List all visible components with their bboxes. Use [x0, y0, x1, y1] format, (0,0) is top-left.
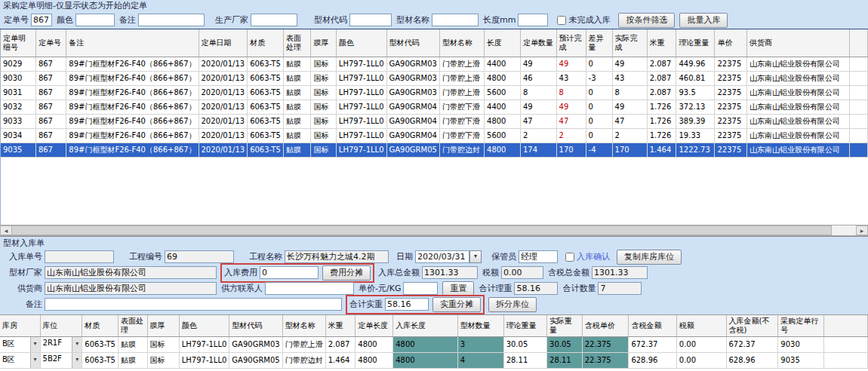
cell: 5600 — [485, 85, 521, 100]
scrollbar-thumb[interactable] — [12, 225, 832, 235]
inbound-form-row-4: 备注 合计实重 实重分摊 拆分库位 — [0, 296, 868, 312]
cell: LH797-1LL0 — [336, 114, 386, 128]
table-row[interactable]: 903186789#门框型材F26-F40（866+867）2020/01/13… — [1, 85, 868, 100]
cell: LH797-1LL0 — [336, 57, 386, 71]
total-theory-weight-input[interactable] — [514, 282, 558, 295]
column-header: 预计完成 — [556, 29, 586, 57]
inbound-fee-input[interactable] — [260, 266, 319, 279]
fee-apportion-button[interactable]: 费用分摊 — [322, 265, 371, 281]
cell: 8 — [612, 85, 647, 100]
cell: 22.375 — [582, 336, 629, 352]
inbound-confirm-checkbox[interactable] — [565, 253, 574, 262]
cell: 4800 — [356, 352, 393, 368]
cell: GA90GRM03 — [386, 71, 439, 85]
manufacturer-filter-input[interactable] — [251, 14, 297, 26]
cell: 3 — [457, 336, 503, 352]
column-header: 颜色 — [179, 315, 229, 336]
cell: 47 — [556, 114, 586, 128]
total-amount-input[interactable] — [422, 266, 478, 279]
column-header: 库位 — [40, 315, 82, 336]
combobox-arrow-icon[interactable]: ▾ — [30, 353, 40, 368]
date-input[interactable] — [415, 250, 469, 263]
copy-warehouse-location-button[interactable]: 复制库房库位 — [617, 250, 682, 265]
table-row[interactable]: 903086789#门框型材F26-F40（866+867）2020/01/13… — [1, 71, 868, 85]
cell: 山东南山铝业股份有限公司 — [746, 100, 849, 114]
calendar-dropdown-icon[interactable]: ▾ — [469, 250, 482, 263]
batch-inbound-button[interactable]: 批量入库 — [679, 13, 728, 28]
tax-input[interactable] — [501, 266, 543, 279]
unit-price-input[interactable] — [403, 282, 438, 295]
table-row[interactable]: 903386789#门框型材F26-F40（866+867）2020/01/13… — [1, 114, 868, 128]
unfinished-inbound-checkbox[interactable] — [557, 16, 566, 25]
inbound-no-input[interactable] — [45, 250, 114, 263]
table-row[interactable]: B区▾2R1F▾6063-T5贴膜国标LH797-1LL0GA90GRM03门带… — [0, 336, 868, 352]
length-filter-label: 长度mm — [483, 14, 516, 26]
column-header: 表面处理 — [284, 29, 311, 57]
filter-by-condition-button[interactable]: 按条件筛选 — [618, 13, 675, 28]
table-row[interactable]: 902986789#门框型材F26-F40（866+867）2020/01/13… — [1, 57, 868, 71]
cell: 6063-T5 — [248, 85, 284, 100]
cell: 贴膜 — [118, 352, 147, 368]
cell: 国标 — [311, 114, 336, 128]
table-row[interactable]: 903486789#门框型材F26-F40（866+867）2020/01/13… — [1, 128, 868, 143]
cell: 89#门框型材F26-F40（866+867） — [66, 114, 199, 128]
order-no-input[interactable] — [31, 14, 52, 26]
project-no-input[interactable] — [165, 250, 234, 263]
inbound-remark-label: 备注 — [3, 299, 42, 310]
scrollbar-track[interactable] — [832, 225, 856, 235]
column-header: 长度 — [485, 29, 521, 57]
total-actual-weight-input[interactable] — [385, 298, 429, 311]
cell: 6063-T5 — [248, 128, 284, 143]
combobox-arrow-icon[interactable]: ▾ — [72, 337, 82, 352]
reset-button[interactable]: 重置 — [442, 281, 474, 296]
cell: 2 — [612, 128, 647, 143]
combobox-arrow-icon[interactable]: ▾ — [30, 337, 40, 352]
cell: 19.33 — [676, 128, 715, 143]
keeper-input[interactable] — [519, 250, 558, 263]
cell: 2R1F▾ — [40, 336, 82, 352]
factory-input[interactable] — [45, 266, 217, 279]
cell: 89#门框型材F26-F40（866+867） — [66, 57, 199, 71]
length-filter-input[interactable] — [518, 14, 548, 26]
table-row[interactable]: 903286789#门框型材F26-F40（866+867）2020/01/13… — [1, 100, 868, 114]
total-with-tax-input[interactable] — [592, 266, 648, 279]
cell: 89#门框型材F26-F40（866+867） — [66, 143, 199, 157]
profile-code-filter-input[interactable] — [349, 14, 392, 26]
order-no-label: 定单号 — [4, 14, 29, 26]
color-filter-input[interactable] — [75, 14, 115, 26]
cell — [850, 85, 868, 100]
cell: 4800 — [485, 143, 521, 157]
horizontal-scrollbar[interactable]: ◂ ▸ — [0, 225, 868, 236]
total-actual-weight-label: 合计实重 — [349, 299, 383, 310]
cell: 174 — [520, 143, 556, 157]
column-header: 税额 — [676, 315, 726, 336]
cell: LH797-1LL0 — [179, 352, 229, 368]
cell: 2.087 — [647, 71, 676, 85]
cell: 89#门框型材F26-F40（866+867） — [66, 100, 199, 114]
cell: B区▾ — [0, 336, 40, 352]
column-header: 型材代码 — [386, 29, 439, 57]
cell: 9029 — [1, 57, 35, 71]
column-header: 理论重量 — [676, 29, 715, 57]
cell: GA90GRM05 — [386, 143, 439, 157]
inbound-remark-input[interactable] — [45, 298, 342, 311]
actual-weight-apportion-button[interactable]: 实重分摊 — [432, 297, 481, 312]
table-row[interactable]: 903586789#门框型材F26-F40（866+867）2020/01/13… — [1, 143, 868, 157]
cell: 门带腔下滑 — [439, 114, 484, 128]
supplier-contact-input[interactable] — [265, 282, 354, 295]
scrollbar-right-arrow-icon[interactable]: ▸ — [856, 225, 868, 235]
column-header: 入库金额(不含税) — [726, 315, 778, 336]
project-name-input[interactable] — [285, 250, 389, 263]
cell — [850, 71, 868, 85]
cell: 8 — [556, 85, 586, 100]
scrollbar-left-arrow-icon[interactable]: ◂ — [0, 225, 12, 235]
inbound-grid: 库房库位材质表面处理膜厚颜色型材代码型材名称米重定单长度入库长度型材数量理论重量… — [0, 314, 868, 371]
split-location-button[interactable]: 拆分库位 — [488, 297, 537, 312]
cell: 9035 — [1, 143, 35, 157]
remark-filter-input[interactable] — [138, 14, 205, 26]
profile-name-filter-input[interactable] — [432, 14, 479, 26]
combobox-arrow-icon[interactable]: ▾ — [72, 353, 82, 368]
total-qty-input[interactable] — [598, 282, 642, 295]
table-row[interactable]: B区▾5B2F▾6063-T5贴膜国标LH797-1LL0GA90GRM05门带… — [0, 352, 868, 368]
supplier-input[interactable] — [45, 282, 217, 295]
